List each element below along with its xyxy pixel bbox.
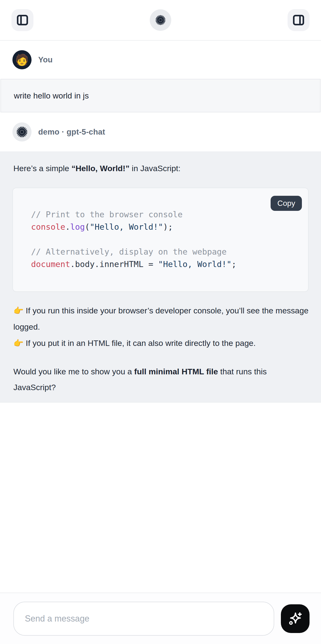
assistant-sender-label: demo · gpt-5-chat — [38, 128, 105, 136]
chat-empty-space — [0, 402, 321, 592]
closing-bold-text: full minimal HTML file — [134, 367, 218, 376]
panel-left-icon — [16, 14, 29, 27]
intro-text: Here’s a simple — [13, 164, 71, 173]
code-content: // Print to the browser consoleconsole.l… — [13, 188, 308, 292]
assistant-avatar — [12, 122, 31, 142]
sparkle-icon — [287, 611, 303, 626]
composer-bar — [0, 592, 321, 644]
user-message-text: write hello world in js — [14, 91, 89, 100]
intro-text-post: in JavaScript: — [129, 164, 181, 173]
person-emoji: 🧑 — [15, 54, 29, 65]
user-sender-label: You — [38, 55, 52, 64]
panel-right-icon — [292, 14, 305, 27]
starburst-logo-icon — [155, 14, 166, 26]
assistant-message-bubble: Here’s a simple “Hello, World!” in JavaS… — [0, 152, 321, 402]
code-block: Copy // Print to the browser consolecons… — [12, 188, 309, 292]
assistant-intro-paragraph: Here’s a simple “Hello, World!” in JavaS… — [12, 160, 309, 176]
copy-code-button[interactable]: Copy — [271, 196, 302, 211]
intro-bold-text: “Hello, World!” — [71, 164, 129, 173]
tip-line: 👉 If you run this inside your browser’s … — [12, 302, 309, 335]
sidebar-toggle-button[interactable] — [11, 9, 33, 31]
right-panel-toggle-button[interactable] — [288, 9, 310, 31]
tip-line: 👉 If you put it in an HTML file, it can … — [12, 335, 309, 351]
send-button[interactable] — [281, 604, 310, 633]
top-bar — [0, 0, 321, 41]
assistant-tips: 👉 If you run this inside your browser’s … — [12, 302, 309, 351]
app-logo-button[interactable] — [150, 9, 171, 31]
code-line: console.log("Hello, World!"); — [31, 221, 299, 233]
code-line: // Print to the browser console — [31, 208, 299, 221]
starburst-avatar-icon — [16, 126, 28, 138]
user-avatar: 🧑 — [12, 50, 31, 69]
message-input[interactable] — [13, 602, 274, 636]
code-line — [31, 233, 299, 246]
code-line: document.body.innerHTML = "Hello, World!… — [31, 258, 299, 270]
assistant-closing-paragraph: Would you like me to show you a full min… — [12, 364, 309, 395]
chat-app: 🧑 You write hello world in js demo · gpt… — [0, 0, 321, 644]
assistant-message-header: demo · gpt-5-chat — [0, 112, 321, 152]
user-message-bubble: write hello world in js — [0, 79, 321, 112]
closing-text: Would you like me to show you a — [13, 367, 134, 376]
user-message-header: 🧑 You — [0, 41, 321, 79]
code-line: // Alternatively, display on the webpage — [31, 246, 299, 258]
